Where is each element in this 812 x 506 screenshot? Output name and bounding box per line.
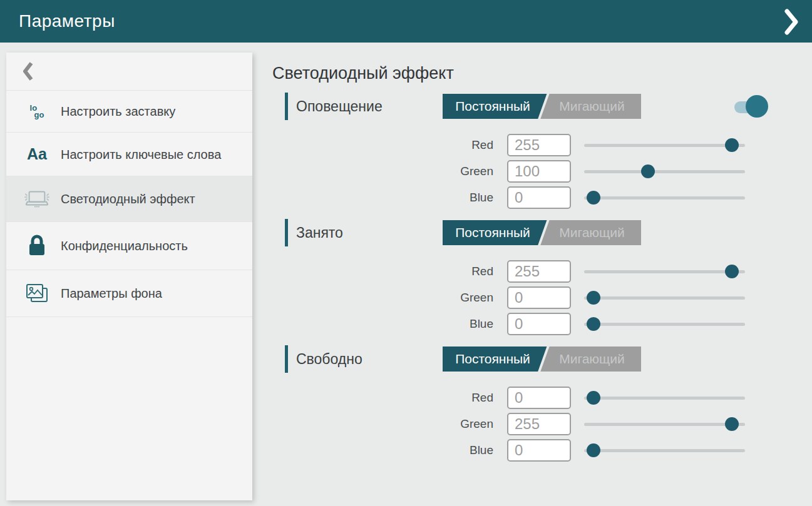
sidebar-item-privacy[interactable]: Конфиденциальность [6, 222, 252, 270]
busy-red-slider[interactable] [584, 264, 745, 279]
logo-icon: logo [24, 104, 50, 118]
sidebar-collapse-button[interactable] [6, 53, 252, 91]
mode-toggle-free: ПостоянныйМигающий [443, 347, 641, 372]
slider-track [584, 423, 745, 426]
slider-thumb[interactable] [641, 164, 655, 178]
sidebar-menu: logoНастроить заставкуAaНастроить ключев… [6, 91, 252, 317]
rgb-channel-label: Blue [438, 191, 493, 205]
mode-option-blinking[interactable]: Мигающий [543, 347, 641, 372]
page-title: Светодиодный эффект [272, 61, 768, 85]
slider-track [584, 323, 745, 326]
alert-blue-input[interactable] [507, 186, 571, 209]
slider-thumb[interactable] [587, 291, 600, 305]
free-blue-input[interactable] [507, 439, 571, 462]
slider-thumb[interactable] [725, 138, 739, 152]
busy-green-slider[interactable] [584, 290, 745, 305]
slider-thumb[interactable] [587, 443, 600, 457]
section-header: СвободноПостоянныйМигающий [285, 347, 768, 372]
mode-toggle-busy: ПостоянныйМигающий [443, 220, 641, 245]
slider-thumb[interactable] [725, 265, 739, 278]
busy-green-input[interactable] [507, 286, 571, 309]
busy-blue-input[interactable] [507, 313, 571, 335]
aa-icon: Aa [24, 145, 50, 163]
sidebar-item-led[interactable]: Светодиодный эффект [6, 176, 252, 222]
slider-track [584, 397, 745, 400]
rgb-row-red: Red [438, 258, 768, 285]
alert-green-slider[interactable] [584, 164, 745, 179]
led-section-alert: ОповещениеПостоянныйМигающийRedGreenBlue [285, 94, 768, 211]
section-label: Занято [296, 220, 343, 245]
rgb-controls: RedGreenBlue [438, 385, 768, 463]
mode-option-blinking[interactable]: Мигающий [543, 220, 641, 245]
rgb-row-red: Red [438, 132, 768, 158]
sidebar-item-background[interactable]: Параметры фона [6, 270, 252, 317]
busy-red-input[interactable] [507, 260, 571, 283]
images-icon [24, 283, 50, 304]
slider-track [584, 196, 745, 200]
section-accent-bar [285, 93, 288, 120]
rgb-channel-label: Green [438, 291, 493, 305]
rgb-row-red: Red [438, 385, 768, 411]
panel-expand-button[interactable] [782, 9, 801, 35]
switch-thumb [746, 95, 768, 118]
led-section-busy: ЗанятоПостоянныйМигающийRedGreenBlue [285, 220, 768, 338]
chevron-right-icon [784, 9, 798, 35]
slider-thumb[interactable] [587, 191, 600, 205]
rgb-channel-label: Green [438, 417, 493, 431]
section-header: ЗанятоПостоянныйМигающий [285, 220, 768, 245]
slider-track [584, 296, 745, 300]
rgb-row-green: Green [438, 158, 768, 185]
sidebar-item-splash[interactable]: logoНастроить заставку [6, 91, 252, 133]
sidebar-item-label: Конфиденциальность [61, 238, 188, 254]
free-green-input[interactable] [507, 413, 571, 435]
led-section-free: СвободноПостоянныйМигающийRedGreenBlue [285, 347, 768, 464]
laptop-icon [24, 189, 50, 209]
section-accent-bar [285, 345, 288, 373]
app-header: Параметры [0, 0, 812, 43]
rgb-row-blue: Blue [438, 437, 768, 463]
chevron-left-icon [23, 61, 33, 81]
busy-blue-slider[interactable] [584, 316, 745, 331]
sidebar: logoНастроить заставкуAaНастроить ключев… [6, 53, 252, 500]
rgb-row-blue: Blue [438, 185, 768, 211]
rgb-controls: RedGreenBlue [438, 258, 768, 337]
alert-enabled-switch[interactable] [733, 95, 768, 118]
free-red-slider[interactable] [584, 390, 745, 405]
mode-toggle-alert: ПостоянныйМигающий [443, 94, 641, 119]
sidebar-item-label: Светодиодный эффект [61, 191, 195, 207]
rgb-controls: RedGreenBlue [438, 132, 768, 211]
section-label: Свободно [296, 347, 362, 372]
mode-option-blinking[interactable]: Мигающий [543, 94, 641, 119]
lock-icon [24, 235, 50, 257]
slider-track [584, 170, 745, 173]
rgb-row-blue: Blue [438, 311, 768, 337]
rgb-channel-label: Red [438, 138, 493, 152]
slider-track [584, 144, 745, 147]
sidebar-item-label: Настроить заставку [61, 103, 175, 119]
free-green-slider[interactable] [584, 417, 745, 432]
free-red-input[interactable] [507, 387, 571, 409]
sidebar-item-label: Настроить ключевые слова [61, 146, 221, 163]
alert-red-slider[interactable] [584, 138, 745, 153]
rgb-channel-label: Red [438, 391, 493, 405]
slider-thumb[interactable] [725, 417, 739, 431]
mode-option-constant[interactable]: Постоянный [443, 347, 543, 372]
rgb-channel-label: Blue [438, 443, 493, 457]
rgb-row-green: Green [438, 411, 768, 437]
rgb-channel-label: Green [438, 164, 493, 178]
slider-track [584, 449, 745, 452]
slider-thumb[interactable] [587, 317, 600, 331]
app-title: Параметры [19, 11, 115, 31]
free-blue-slider[interactable] [584, 443, 745, 458]
alert-green-input[interactable] [507, 160, 571, 183]
mode-option-constant[interactable]: Постоянный [443, 94, 543, 119]
sidebar-item-keywords[interactable]: AaНастроить ключевые слова [6, 133, 252, 176]
alert-red-input[interactable] [507, 134, 571, 156]
slider-track [584, 270, 745, 273]
alert-blue-slider[interactable] [584, 190, 745, 205]
slider-thumb[interactable] [587, 391, 600, 405]
section-label: Оповещение [296, 94, 383, 119]
sidebar-item-label: Параметры фона [61, 285, 162, 301]
mode-option-constant[interactable]: Постоянный [443, 220, 543, 245]
rgb-row-green: Green [438, 285, 768, 311]
